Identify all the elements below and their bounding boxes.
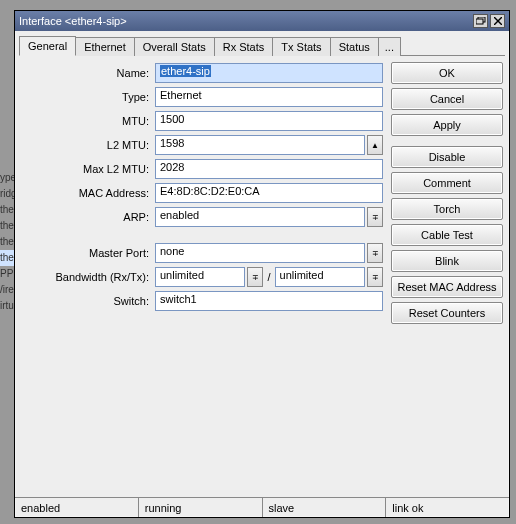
tab-general[interactable]: General <box>19 36 76 56</box>
svg-rect-1 <box>476 19 483 24</box>
mtu-label: MTU: <box>21 115 155 127</box>
cable-test-button[interactable]: Cable Test <box>391 224 503 246</box>
switch-value: switch1 <box>155 291 383 311</box>
bw-separator: / <box>265 271 272 283</box>
status-link: link ok <box>386 498 509 517</box>
apply-button[interactable]: Apply <box>391 114 503 136</box>
interface-dialog: Interface <ether4-sip> General Ethernet … <box>14 10 510 518</box>
l2mtu-input[interactable]: 1598 <box>155 135 365 155</box>
tab-rx-stats[interactable]: Rx Stats <box>214 37 274 56</box>
mac-label: MAC Address: <box>21 187 155 199</box>
reset-counters-button[interactable]: Reset Counters <box>391 302 503 324</box>
status-enabled: enabled <box>15 498 139 517</box>
tab-ethernet[interactable]: Ethernet <box>75 37 135 56</box>
switch-label: Switch: <box>21 295 155 307</box>
action-buttons: OK Cancel Apply Disable Comment Torch Ca… <box>391 62 503 491</box>
general-form: Name: ether4-sip Type: Ethernet MTU: 150… <box>21 62 383 491</box>
status-slave: slave <box>263 498 387 517</box>
type-value: Ethernet <box>155 87 383 107</box>
bandwidth-label: Bandwidth (Rx/Tx): <box>21 271 155 283</box>
disable-button[interactable]: Disable <box>391 146 503 168</box>
blink-button[interactable]: Blink <box>391 250 503 272</box>
status-running: running <box>139 498 263 517</box>
name-input[interactable]: ether4-sip <box>155 63 383 83</box>
bw-tx-dropdown-icon[interactable]: ∓ <box>367 267 383 287</box>
mtu-input[interactable]: 1500 <box>155 111 383 131</box>
l2mtu-stepper[interactable]: ▲ <box>367 135 383 155</box>
window-title: Interface <ether4-sip> <box>19 15 471 27</box>
maxl2-label: Max L2 MTU: <box>21 163 155 175</box>
cancel-button[interactable]: Cancel <box>391 88 503 110</box>
master-select[interactable]: none <box>155 243 365 263</box>
titlebar[interactable]: Interface <ether4-sip> <box>15 11 509 31</box>
ok-button[interactable]: OK <box>391 62 503 84</box>
master-dropdown-icon[interactable]: ∓ <box>367 243 383 263</box>
maxl2-value: 2028 <box>155 159 383 179</box>
tabstrip: General Ethernet Overall Stats Rx Stats … <box>19 35 505 56</box>
l2mtu-label: L2 MTU: <box>21 139 155 151</box>
arp-select[interactable]: enabled <box>155 207 365 227</box>
tab-tx-stats[interactable]: Tx Stats <box>272 37 330 56</box>
type-label: Type: <box>21 91 155 103</box>
tab-more[interactable]: ... <box>378 37 401 56</box>
mac-input[interactable]: E4:8D:8C:D2:E0:CA <box>155 183 383 203</box>
tab-overall-stats[interactable]: Overall Stats <box>134 37 215 56</box>
status-bar: enabled running slave link ok <box>15 497 509 517</box>
name-label: Name: <box>21 67 155 79</box>
tab-status[interactable]: Status <box>330 37 379 56</box>
arp-label: ARP: <box>21 211 155 223</box>
master-label: Master Port: <box>21 247 155 259</box>
bw-rx-dropdown-icon[interactable]: ∓ <box>247 267 263 287</box>
torch-button[interactable]: Torch <box>391 198 503 220</box>
reset-mac-button[interactable]: Reset MAC Address <box>391 276 503 298</box>
comment-button[interactable]: Comment <box>391 172 503 194</box>
arp-dropdown-icon[interactable]: ∓ <box>367 207 383 227</box>
bw-tx-select[interactable]: unlimited <box>275 267 365 287</box>
bw-rx-select[interactable]: unlimited <box>155 267 245 287</box>
close-window-icon[interactable] <box>490 14 505 28</box>
restore-window-icon[interactable] <box>473 14 488 28</box>
